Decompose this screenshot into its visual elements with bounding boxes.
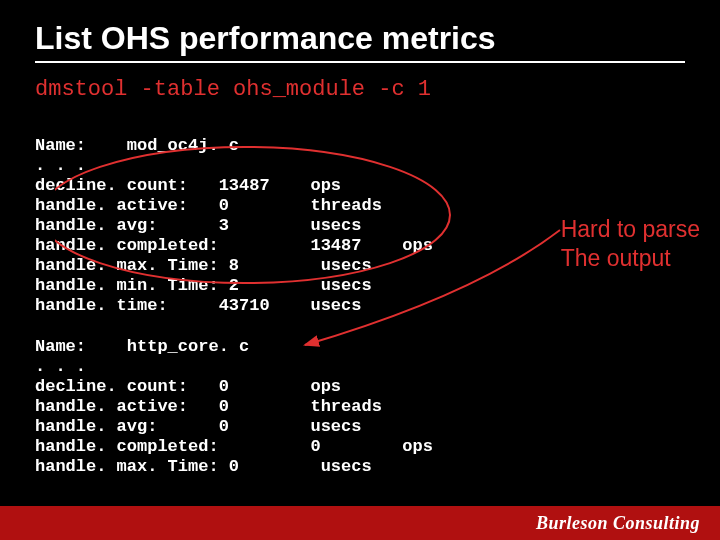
annotation-line: Hard to parse [561, 215, 700, 244]
annotation: Hard to parse The output [561, 215, 700, 273]
footer-bar: Burleson Consulting [0, 506, 720, 540]
metric-row: handle. active: 0 threads [35, 397, 382, 416]
metric-row: handle. min. Time: 2 usecs [35, 276, 372, 295]
output-block-1: Name: mod_oc4j. c . . . decline. count: … [35, 116, 685, 477]
metric-row: handle. completed: 0 ops [35, 437, 433, 456]
slide: List OHS performance metrics dmstool -ta… [0, 0, 720, 540]
metric-row: handle. avg: 3 usecs [35, 216, 361, 235]
metric-row: handle. time: 43710 usecs [35, 296, 361, 315]
name-line: Name: http_core. c [35, 337, 249, 356]
metric-row: handle. active: 0 threads [35, 196, 382, 215]
annotation-line: The output [561, 244, 700, 273]
metric-row: decline. count: 0 ops [35, 377, 341, 396]
name-line: Name: mod_oc4j. c [35, 136, 239, 155]
command-line: dmstool -table ohs_module -c 1 [35, 77, 685, 102]
metric-row: handle. avg: 0 usecs [35, 417, 361, 436]
metric-row: decline. count: 13487 ops [35, 176, 341, 195]
title-underline [35, 61, 685, 63]
metric-row: handle. completed: 13487 ops [35, 236, 433, 255]
metric-row: handle. max. Time: 0 usecs [35, 457, 372, 476]
footer-brand: Burleson Consulting [536, 513, 700, 534]
ellipsis: . . . [35, 156, 86, 175]
slide-title: List OHS performance metrics [35, 20, 685, 57]
metric-row: handle. max. Time: 8 usecs [35, 256, 372, 275]
ellipsis: . . . [35, 357, 86, 376]
